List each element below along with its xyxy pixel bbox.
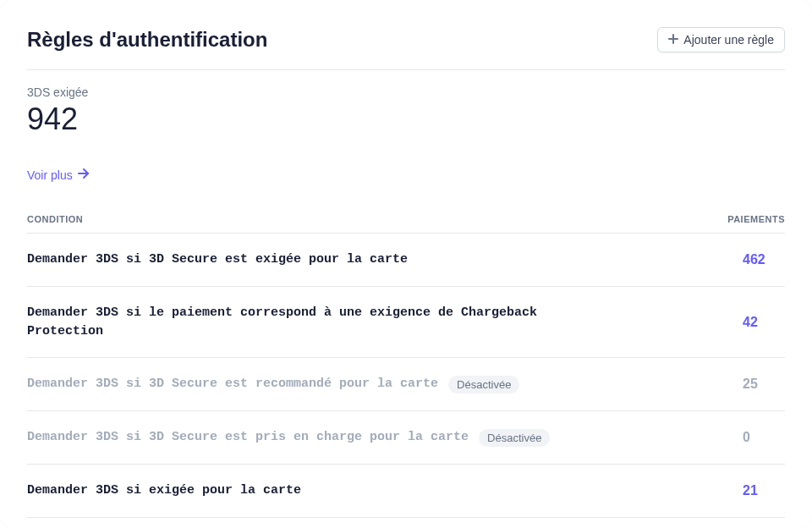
table-row[interactable]: Demander 3DS si 3D Secure est recommandé… [27, 358, 785, 411]
add-rule-label: Ajouter une règle [683, 33, 774, 47]
payments-value: 25 [743, 377, 785, 392]
row-condition-cell: Demander 3DS si le paiement correspond à… [27, 304, 726, 341]
table-body: Demander 3DS si 3D Secure est exigée pou… [27, 234, 785, 518]
page-title: Règles d'authentification [27, 28, 267, 52]
see-more-label: Voir plus [27, 168, 73, 182]
see-more-link[interactable]: Voir plus [27, 168, 90, 182]
plus-icon [668, 33, 678, 47]
payments-value: 42 [743, 315, 785, 330]
arrow-right-icon [78, 168, 90, 182]
panel-header: Règles d'authentification Ajouter une rè… [27, 27, 785, 70]
condition-text: Demander 3DS si 3D Secure est exigée pou… [27, 250, 408, 269]
table-row[interactable]: Demander 3DS si exigée pour la carte 21 [27, 465, 785, 518]
main-panel: Règles d'authentification Ajouter une rè… [0, 0, 812, 528]
condition-text: Demander 3DS si exigée pour la carte [27, 481, 301, 500]
summary-block: 3DS exigée 942 [27, 70, 785, 154]
table-row[interactable]: Demander 3DS si 3D Secure est pris en ch… [27, 411, 785, 465]
table-row[interactable]: Demander 3DS si le paiement correspond à… [27, 287, 785, 359]
row-condition-cell: Demander 3DS si 3D Secure est recommandé… [27, 375, 726, 393]
payments-value: 462 [743, 252, 785, 267]
payments-value: 21 [743, 483, 785, 498]
row-condition-cell: Demander 3DS si 3D Secure est pris en ch… [27, 428, 726, 447]
condition-text: Demander 3DS si 3D Secure est recommandé… [27, 375, 438, 393]
table-header: CONDITION PAIEMENTS [27, 206, 785, 234]
payments-value: 0 [743, 430, 785, 445]
column-condition: CONDITION [27, 214, 83, 224]
add-rule-button[interactable]: Ajouter une règle [657, 27, 785, 52]
status-badge: Désactivée [448, 376, 519, 393]
row-condition-cell: Demander 3DS si 3D Secure est exigée pou… [27, 250, 726, 269]
table-row[interactable]: Demander 3DS si 3D Secure est exigée pou… [27, 234, 785, 287]
column-payments: PAIEMENTS [727, 214, 785, 224]
summary-label: 3DS exigée [27, 85, 785, 99]
condition-text: Demander 3DS si 3D Secure est pris en ch… [27, 428, 469, 447]
summary-value: 942 [27, 101, 785, 137]
condition-text: Demander 3DS si le paiement correspond à… [27, 304, 602, 341]
row-condition-cell: Demander 3DS si exigée pour la carte [27, 481, 726, 500]
status-badge: Désactivée [479, 429, 550, 447]
